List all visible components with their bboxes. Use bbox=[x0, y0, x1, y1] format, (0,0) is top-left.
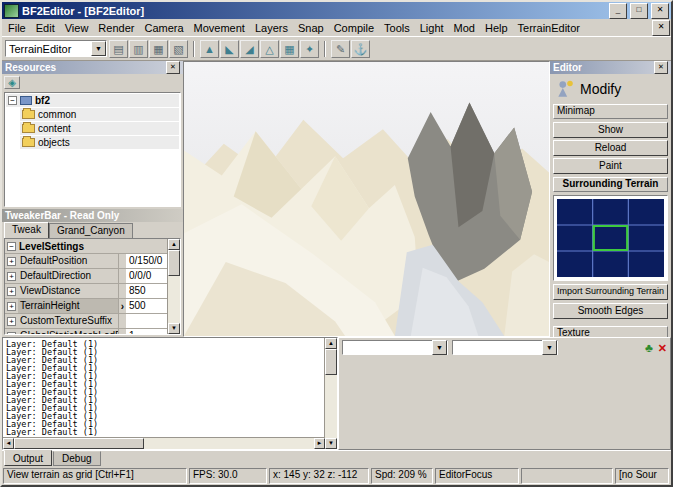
resources-header: Resources ✕ bbox=[2, 61, 183, 74]
expand-icon[interactable]: + bbox=[7, 332, 16, 335]
expand-icon[interactable]: + bbox=[7, 302, 16, 311]
tree-item-folder[interactable]: common bbox=[20, 108, 179, 121]
tab-grand-canyon[interactable]: Grand_Canyon bbox=[49, 223, 133, 238]
scroll-left-icon[interactable]: ◄ bbox=[3, 438, 14, 449]
output-hscrollbar[interactable]: ◄ ► bbox=[3, 437, 325, 449]
scroll-thumb[interactable] bbox=[14, 438, 144, 449]
property-row[interactable]: + TerrainHeight › 500 bbox=[5, 299, 167, 314]
title-bar: BF2Editor - [BF2Editor] _ □ ✕ bbox=[2, 2, 671, 19]
close-panel-icon[interactable]: ✕ bbox=[166, 61, 180, 74]
menu-item[interactable]: File bbox=[3, 21, 31, 35]
terrain-grid-icon[interactable]: ▦ bbox=[280, 40, 299, 58]
dropdown-arrow-icon[interactable]: ▼ bbox=[432, 340, 447, 355]
surrounding-terrain-header[interactable]: Surrounding Terrain bbox=[553, 177, 668, 192]
tree-item-folder[interactable]: objects bbox=[20, 136, 179, 149]
resources-tool-icon[interactable]: ◈ bbox=[4, 76, 20, 89]
menu-item[interactable]: TerrainEditor bbox=[513, 21, 585, 35]
app-icon bbox=[4, 4, 19, 18]
smooth-edges-button[interactable]: Smooth Edges bbox=[553, 303, 668, 319]
expand-icon[interactable]: + bbox=[7, 272, 16, 281]
menu-item[interactable]: Compile bbox=[329, 21, 379, 35]
property-group-label: LevelSettings bbox=[18, 241, 84, 252]
dropdown-arrow-icon[interactable]: ▼ bbox=[91, 41, 106, 56]
tab-tweak[interactable]: Tweak bbox=[4, 222, 49, 238]
tab-output[interactable]: Output bbox=[4, 450, 52, 466]
resources-title: Resources bbox=[5, 62, 56, 73]
tweaker-scrollbar[interactable]: ▲ ▼ bbox=[167, 239, 180, 334]
right-dock: Editor ✕ Modify Minimap bbox=[550, 61, 671, 337]
property-row[interactable]: + CustomTextureSuffix › bbox=[5, 314, 167, 329]
terrain-smooth-icon[interactable]: ◢ bbox=[240, 40, 259, 58]
scroll-thumb[interactable] bbox=[325, 349, 337, 375]
maximize-button[interactable]: □ bbox=[630, 3, 648, 19]
close-panel-icon[interactable]: ✕ bbox=[654, 61, 668, 74]
menu-item[interactable]: View bbox=[60, 21, 94, 35]
anchor-icon[interactable]: ⚓ bbox=[351, 40, 370, 58]
scroll-down-icon[interactable]: ▼ bbox=[168, 323, 180, 334]
expand-icon[interactable]: + bbox=[7, 317, 16, 326]
settings-icon[interactable]: ▧ bbox=[169, 40, 188, 58]
scroll-thumb[interactable] bbox=[168, 250, 180, 276]
tweakerbar-header: TweakerBar - Read Only bbox=[2, 209, 183, 222]
property-row[interactable]: + GlobalStaticMeshLodDista... › 1 bbox=[5, 329, 167, 334]
property-row[interactable]: + ViewDistance › 850 bbox=[5, 284, 167, 299]
import-surrounding-terrain-button[interactable]: Import Surrounding Terrain bbox=[553, 284, 668, 300]
save-icon[interactable]: ▦ bbox=[149, 40, 168, 58]
output-vscrollbar[interactable]: ▲ ▼ bbox=[324, 338, 337, 449]
tab-debug[interactable]: Debug bbox=[53, 451, 100, 466]
reload-button[interactable]: Reload bbox=[553, 140, 668, 156]
viewport-3d[interactable] bbox=[183, 61, 550, 337]
show-button[interactable]: Show bbox=[553, 122, 668, 138]
menu-item[interactable]: Camera bbox=[139, 21, 188, 35]
menu-item[interactable]: Render bbox=[93, 21, 139, 35]
menu-item[interactable]: Tools bbox=[379, 21, 415, 35]
expand-icon[interactable]: + bbox=[7, 287, 16, 296]
collapse-icon[interactable]: − bbox=[8, 96, 17, 105]
toolbar-separator bbox=[193, 41, 195, 57]
layer-select-1[interactable]: ▼ bbox=[342, 340, 448, 355]
minimize-button[interactable]: _ bbox=[609, 3, 627, 19]
menu-item[interactable]: Edit bbox=[31, 21, 60, 35]
green-plant-icon[interactable]: ♣ bbox=[645, 342, 653, 354]
terrain-raise-icon[interactable]: ▲ bbox=[200, 40, 219, 58]
left-dock: Resources ✕ ◈ − bf2 bbox=[2, 61, 183, 337]
editor-title: Editor bbox=[553, 62, 582, 73]
scroll-down-icon[interactable]: ▼ bbox=[325, 438, 337, 449]
terrain-lower-icon[interactable]: ◣ bbox=[220, 40, 239, 58]
property-row[interactable]: + DefaultPosition › 0/150/0 bbox=[5, 254, 167, 269]
collapse-icon[interactable]: − bbox=[7, 242, 16, 251]
editor-mode-select[interactable]: TerrainEditor ▼ bbox=[5, 40, 107, 57]
property-group-row[interactable]: − LevelSettings bbox=[5, 239, 167, 254]
folder-icon bbox=[22, 110, 35, 119]
scroll-up-icon[interactable]: ▲ bbox=[168, 239, 180, 250]
layer-tools-panel: ▼ ▼ ♣ ✕ bbox=[338, 337, 671, 450]
output-log[interactable]: Layer: Default (1)Layer: Default (1)Laye… bbox=[3, 338, 324, 449]
close-button[interactable]: ✕ bbox=[651, 3, 669, 19]
surrounding-terrain-grid[interactable] bbox=[553, 195, 668, 281]
open-folder-icon[interactable]: ▥ bbox=[129, 40, 148, 58]
pen-icon[interactable]: ✎ bbox=[331, 40, 350, 58]
log-line: Layer: Default (1) bbox=[6, 428, 321, 436]
layer-select-2[interactable]: ▼ bbox=[452, 340, 558, 355]
menu-item[interactable]: Layers bbox=[250, 21, 293, 35]
mdi-close-button[interactable]: ✕ bbox=[652, 20, 670, 36]
terrain-paint-icon[interactable]: ✦ bbox=[300, 40, 319, 58]
menu-item[interactable]: Snap bbox=[293, 21, 329, 35]
paint-button[interactable]: Paint bbox=[553, 158, 668, 174]
new-document-icon[interactable]: ▤ bbox=[109, 40, 128, 58]
menu-item[interactable]: Movement bbox=[189, 21, 250, 35]
property-row[interactable]: + DefaultDirection › 0/0/0 bbox=[5, 269, 167, 284]
remove-icon[interactable]: ✕ bbox=[658, 342, 667, 354]
expand-icon[interactable]: + bbox=[7, 257, 16, 266]
scroll-right-icon[interactable]: ► bbox=[314, 438, 325, 449]
tree-item-bf2[interactable]: − bf2 bbox=[6, 94, 179, 107]
terrain-render bbox=[184, 62, 549, 336]
terrain-flatten-icon[interactable]: △ bbox=[260, 40, 279, 58]
menu-item[interactable]: Light bbox=[415, 21, 449, 35]
menu-item[interactable]: Help bbox=[480, 21, 513, 35]
dropdown-arrow-icon[interactable]: ▼ bbox=[542, 340, 557, 355]
menu-item[interactable]: Mod bbox=[449, 21, 480, 35]
scroll-up-icon[interactable]: ▲ bbox=[325, 338, 337, 349]
minimap-section-header[interactable]: Minimap bbox=[553, 104, 668, 119]
tree-item-folder[interactable]: content bbox=[20, 122, 179, 135]
